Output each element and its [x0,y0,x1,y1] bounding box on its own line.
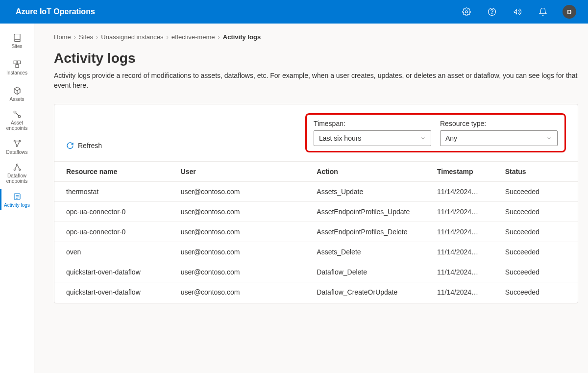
sidebar-item-label: Activity logs [3,202,31,208]
sidebar-item-asset-endpoints[interactable]: Asset endpoints [0,107,34,133]
breadcrumb-item[interactable]: Home [54,33,71,41]
cell-user: user@contoso.com [175,262,311,282]
col-user[interactable]: User [175,162,311,182]
svg-point-1 [489,8,496,16]
svg-point-13 [19,169,20,171]
cell-resource: quickstart-oven-dataflow [54,262,175,282]
cell-timestamp: 11/14/2024… [431,242,499,262]
sidebar-item-label: Dataflow endpoints [0,173,34,184]
col-timestamp[interactable]: Timestamp [431,162,499,182]
dataflows-icon [12,139,22,149]
megaphone-icon [513,7,522,16]
table-header-row: Resource name User Action Timestamp Stat… [54,162,578,182]
cell-status: Succeeded [499,262,578,282]
col-resource-name[interactable]: Resource name [54,162,175,182]
svg-point-12 [14,169,15,171]
sidebar-item-label: Asset endpoints [0,120,34,131]
sidebar-item-instances[interactable]: Instances [0,54,34,80]
cell-user: user@contoso.com [175,222,311,242]
avatar[interactable]: D [563,5,576,19]
page-title: Activity logs [54,50,588,66]
chevron-right-icon: › [218,33,220,41]
cell-status: Succeeded [499,242,578,262]
help-button[interactable] [482,2,502,22]
sidebar-item-dataflow-endpoints[interactable]: Dataflow endpoints [0,160,34,186]
sidebar-item-activity-logs[interactable]: Activity logs [0,186,34,213]
svg-rect-5 [16,64,19,67]
resource-type-select[interactable]: Any [440,130,558,146]
sidebar-item-label: Sites [10,44,23,49]
timespan-label: Timespan: [314,120,431,127]
help-icon [488,7,496,16]
sidebar-item-label: Dataflows [5,149,29,155]
dataflow-endpoints-icon [12,162,22,172]
page-description: Activity logs provide a record of modifi… [54,71,588,90]
timespan-select[interactable]: Last six hours [314,130,431,146]
svg-point-8 [14,140,15,142]
cell-resource: oven [54,242,175,262]
col-status[interactable]: Status [499,162,578,182]
svg-point-0 [466,11,468,13]
svg-point-10 [16,145,18,147]
svg-point-2 [491,13,492,14]
timespan-filter: Timespan: Last six hours [314,120,431,146]
table-row[interactable]: ovenuser@contoso.comAssets_Delete11/14/2… [54,242,578,262]
filters-highlight: Timespan: Last six hours Resource type: … [305,113,566,152]
cell-action: Assets_Update [311,182,431,202]
svg-point-9 [19,140,20,142]
breadcrumb-item[interactable]: Unassigned instances [101,33,163,41]
resource-type-label: Resource type: [440,120,558,127]
timespan-value: Last six hours [319,134,361,142]
refresh-label: Refresh [78,142,102,149]
cell-timestamp: 11/14/2024… [431,262,499,282]
sidebar-item-assets[interactable]: Assets [0,80,34,107]
table-row[interactable]: thermostatuser@contoso.comAssets_Update1… [54,182,578,202]
cell-user: user@contoso.com [175,242,311,262]
resource-type-value: Any [445,134,457,142]
chevron-down-icon [546,135,552,141]
cell-status: Succeeded [499,202,578,222]
chevron-down-icon [420,135,426,141]
activity-card: Refresh Timespan: Last six hours Resourc… [54,104,578,303]
instances-icon [12,59,22,69]
table-row[interactable]: opc-ua-connector-0user@contoso.comAssetE… [54,202,578,222]
notifications-button[interactable] [533,2,553,22]
sites-icon [12,33,22,43]
refresh-button[interactable]: Refresh [66,142,102,152]
product-name: Azure IoT Operations [16,7,95,16]
cell-action: Dataflow_CreateOrUpdate [311,282,431,302]
sidebar: Sites Instances Assets Asset endpoints D… [0,24,34,373]
activity-logs-icon [12,192,22,201]
cell-user: user@contoso.com [175,182,311,202]
chevron-right-icon: › [74,33,76,41]
topbar-actions: D [457,2,576,22]
avatar-initial: D [567,8,571,16]
table-row[interactable]: quickstart-oven-dataflowuser@contoso.com… [54,262,578,282]
gear-icon [462,7,471,16]
sidebar-item-label: Assets [8,97,25,102]
settings-button[interactable] [457,2,476,22]
asset-endpoints-icon [12,109,22,119]
cell-status: Succeeded [499,222,578,242]
cell-timestamp: 11/14/2024… [431,282,499,302]
cell-action: AssetEndpointProfiles_Update [311,202,431,222]
cell-timestamp: 11/14/2024… [431,182,499,202]
cell-resource: opc-ua-connector-0 [54,202,175,222]
resource-type-filter: Resource type: Any [440,120,558,146]
topbar: Azure IoT Operations D [0,0,588,24]
cell-status: Succeeded [499,182,578,202]
col-action[interactable]: Action [311,162,431,182]
cell-resource: opc-ua-connector-0 [54,222,175,242]
sidebar-item-dataflows[interactable]: Dataflows [0,133,34,160]
chevron-right-icon: › [166,33,168,41]
cell-action: Dataflow_Delete [311,262,431,282]
cell-resource: thermostat [54,182,175,202]
cell-status: Succeeded [499,282,578,302]
breadcrumb-item[interactable]: effective-meme [172,33,215,41]
refresh-icon [66,142,74,149]
breadcrumb-item[interactable]: Sites [79,33,93,41]
sidebar-item-sites[interactable]: Sites [0,27,34,54]
table-row[interactable]: quickstart-oven-dataflowuser@contoso.com… [54,282,578,302]
table-row[interactable]: opc-ua-connector-0user@contoso.comAssetE… [54,222,578,242]
announcements-button[interactable] [508,2,527,22]
